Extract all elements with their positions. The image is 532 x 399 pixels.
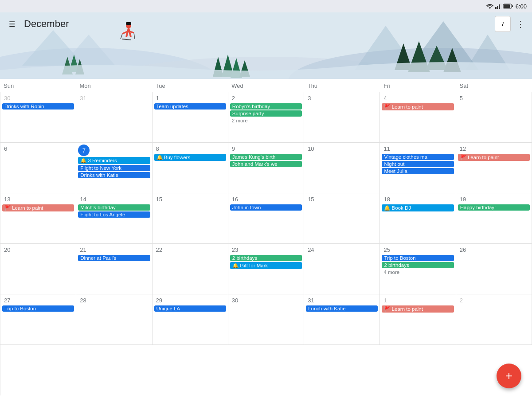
calendar-cell[interactable]: 1🚩 Learn to paint — [380, 294, 456, 345]
cell-date: 31 — [306, 296, 316, 305]
calendar-cell[interactable]: 31Lunch with Katie — [304, 294, 380, 345]
more-events-link[interactable]: 4 more — [382, 269, 454, 275]
event-chip[interactable]: John in town — [230, 204, 302, 211]
calendar-cell[interactable]: 1Team updates — [153, 92, 228, 143]
svg-rect-3 — [501, 4, 501, 9]
calendar-cell[interactable]: 12🚩 Learn to paint — [456, 143, 532, 193]
cell-date: 25 — [382, 246, 391, 254]
calendar-cell[interactable]: 25Trip to Boston2 birthdays4 more — [380, 244, 456, 294]
calendar-cell[interactable]: 13🚩 Learn to paint — [0, 193, 76, 244]
svg-rect-2 — [499, 4, 500, 9]
calendar-cell[interactable]: 5 — [456, 92, 532, 143]
cell-date: 28 — [78, 296, 88, 305]
status-icons — [486, 4, 513, 9]
more-options-icon[interactable]: ⋮ — [516, 19, 525, 29]
day-header-mon: Mon — [76, 79, 152, 92]
calendar-cell[interactable]: 24 — [304, 244, 380, 294]
cell-date: 31 — [78, 94, 88, 102]
header: ☰ December 7 ⋮ — [0, 12, 532, 79]
status-bar: 6:00 — [0, 0, 532, 12]
event-chip[interactable]: James Kung's birth — [230, 154, 302, 160]
calendar-cell[interactable]: 4🚩 Learn to paint — [380, 92, 456, 143]
event-chip[interactable]: Robyn's birthday — [230, 103, 302, 110]
event-chip[interactable]: Flight to Los Angele — [78, 211, 150, 218]
calendar-cell[interactable]: 14Mitch's birthdayFlight to Los Angele — [76, 193, 152, 244]
calendar-cell[interactable]: 8🔔 Buy flowers — [153, 143, 228, 193]
event-chip[interactable]: Night out — [382, 161, 454, 167]
event-chip[interactable]: Drinks with Robin — [2, 103, 74, 110]
calendar-cell[interactable]: 232 birthdays🔔 Gift for Mark — [228, 244, 304, 294]
event-chip[interactable]: 🔔 Book DJ — [382, 204, 454, 211]
calendar-cell[interactable]: 27Trip to Boston — [0, 294, 76, 345]
event-chip[interactable]: Team updates — [154, 103, 226, 110]
calendar-cell[interactable]: 11Vintage clothes maNight outMeet Julia — [380, 143, 456, 193]
event-chip[interactable]: 2 birthdays — [230, 255, 302, 261]
add-event-button[interactable]: + — [497, 364, 521, 388]
event-chip[interactable]: Vintage clothes ma — [382, 154, 454, 160]
cell-date: 18 — [382, 195, 391, 203]
wifi-icon — [486, 4, 493, 9]
calendar-grid: 30Drinks with Robin311Team updates2Robyn… — [0, 92, 532, 395]
event-chip[interactable]: Drinks with Katie — [78, 172, 150, 178]
svg-rect-1 — [497, 6, 498, 9]
today-button[interactable]: 7 — [495, 16, 511, 32]
event-chip[interactable]: Lunch with Katie — [306, 305, 378, 312]
calendar-cell[interactable]: 22 — [153, 244, 228, 294]
event-chip[interactable]: Trip to Boston — [2, 305, 74, 312]
event-chip[interactable]: Happy birthday! — [458, 204, 530, 211]
calendar-cell[interactable]: 15 — [153, 193, 228, 244]
event-chip[interactable]: 🔔 Buy flowers — [154, 154, 226, 161]
event-chip[interactable]: 🚩 Learn to paint — [2, 204, 74, 211]
cell-date: 19 — [458, 195, 468, 203]
calendar-cell[interactable]: 28 — [76, 294, 152, 345]
event-chip[interactable]: Meet Julia — [382, 168, 454, 174]
calendar-cell[interactable]: 6 — [0, 143, 76, 193]
cell-date: 3 — [306, 94, 313, 102]
event-chip[interactable]: Flight to New York — [78, 165, 150, 171]
calendar-cell[interactable]: 31 — [76, 92, 152, 143]
calendar-cell[interactable]: 30 — [228, 294, 304, 345]
event-chip[interactable]: Surprise party — [230, 110, 302, 117]
menu-icon[interactable]: ☰ — [7, 18, 17, 30]
calendar-cell[interactable]: 29Unique LA — [153, 294, 228, 345]
cell-date: 22 — [154, 246, 164, 254]
cell-date: 5 — [458, 94, 465, 102]
calendar-cell[interactable]: 21Dinner at Paul's — [76, 244, 152, 294]
calendar-cell[interactable]: 2 — [456, 294, 532, 345]
cell-date: 2 — [458, 296, 465, 305]
calendar-cell[interactable]: 16John in town — [228, 193, 304, 244]
calendar-cell[interactable]: 18🔔 Book DJ — [380, 193, 456, 244]
event-chip[interactable]: Dinner at Paul's — [78, 255, 150, 261]
cell-date: 15 — [154, 195, 164, 203]
header-content: ☰ December 7 ⋮ — [7, 16, 525, 32]
more-events-link[interactable]: 2 more — [230, 117, 302, 124]
calendar-cell[interactable]: 3 — [304, 92, 380, 143]
event-chip[interactable]: 🚩 Learn to paint — [382, 103, 454, 110]
calendar-cell[interactable]: 9James Kung's birthJohn and Mark's we — [228, 143, 304, 193]
calendar-cell[interactable]: 30Drinks with Robin — [0, 92, 76, 143]
event-chip[interactable]: 🔔 Gift for Mark — [230, 262, 302, 269]
calendar-cell[interactable]: 10 — [304, 143, 380, 193]
cell-date: 1 — [382, 296, 388, 305]
day-header-wed: Wed — [228, 79, 304, 92]
calendar-cell[interactable]: 19Happy birthday! — [456, 193, 532, 244]
event-chip[interactable]: Mitch's birthday — [78, 204, 150, 211]
event-chip[interactable]: 🔔 3 Reminders — [78, 157, 150, 164]
event-chip[interactable]: Unique LA — [154, 305, 226, 312]
cell-date: 14 — [78, 195, 88, 203]
calendar-cell[interactable]: 26 — [456, 244, 532, 294]
calendar-cell[interactable]: 7🔔 3 RemindersFlight to New YorkDrinks w… — [76, 143, 152, 193]
calendar-cell[interactable]: 20 — [0, 244, 76, 294]
event-chip[interactable]: Trip to Boston — [382, 255, 454, 261]
calendar-cell[interactable]: 15 — [304, 193, 380, 244]
cell-date: 1 — [154, 94, 161, 102]
event-chip[interactable]: John and Mark's we — [230, 161, 302, 167]
cell-date: 8 — [154, 145, 161, 153]
calendar-cell[interactable]: 2Robyn's birthdaySurprise party2 more — [228, 92, 304, 143]
event-chip[interactable]: 2 birthdays — [382, 262, 454, 268]
cell-date: 6 — [2, 145, 9, 153]
event-chip[interactable]: 🚩 Learn to paint — [382, 305, 454, 313]
cell-date: 27 — [2, 296, 12, 305]
event-chip[interactable]: 🚩 Learn to paint — [458, 154, 530, 161]
header-right: 7 ⋮ — [495, 16, 525, 32]
